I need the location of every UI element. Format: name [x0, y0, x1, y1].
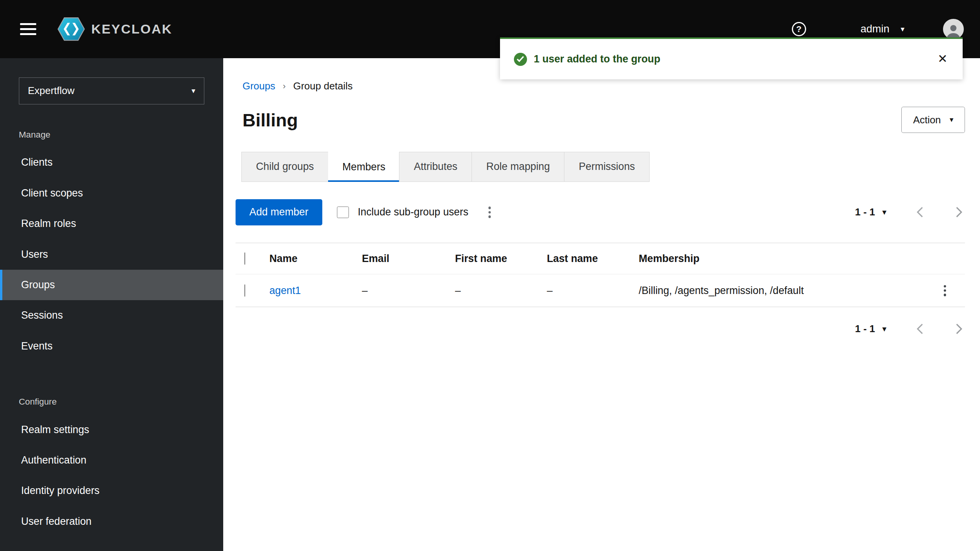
select-all-checkbox[interactable] — [244, 252, 245, 265]
sidebar-item-clients[interactable]: Clients — [0, 147, 223, 178]
breadcrumb-link-groups[interactable]: Groups — [242, 81, 275, 92]
include-subgroups-checkbox[interactable] — [337, 207, 349, 218]
member-name-link[interactable]: agent1 — [269, 285, 301, 296]
sidebar-item-events[interactable]: Events — [0, 331, 223, 361]
sidebar-item-realm-settings[interactable]: Realm settings — [0, 414, 223, 445]
top-pagination: 1 - 1 ▾ — [855, 204, 965, 220]
masthead-right: ? admin ▾ — [792, 19, 964, 39]
toast-success: 1 user added to the group ✕ — [500, 37, 963, 79]
tab-attributes[interactable]: Attributes — [399, 152, 472, 182]
user-menu[interactable]: admin ▾ — [860, 23, 904, 35]
pagination-next-button[interactable] — [953, 321, 965, 337]
pagination-prev-button[interactable] — [914, 204, 926, 220]
toast-message: 1 user added to the group — [534, 53, 660, 65]
realm-name: Expertflow — [28, 85, 74, 96]
nav-section-manage: Manage — [0, 129, 223, 140]
action-dropdown-button[interactable]: Action ▾ — [901, 107, 965, 133]
tab-child-groups[interactable]: Child groups — [241, 152, 329, 182]
include-subgroups-control: Include sub-group users — [337, 206, 468, 218]
chevron-down-icon: ▾ — [882, 208, 886, 216]
chevron-down-icon: ▾ — [901, 25, 904, 33]
sidebar-item-client-scopes[interactable]: Client scopes — [0, 178, 223, 208]
keycloak-admin-console: KEYCLOAK ? admin ▾ 1 user added to the g… — [0, 0, 980, 551]
help-icon[interactable]: ? — [792, 21, 808, 37]
bottom-pagination: 1 - 1 ▾ — [236, 321, 965, 337]
check-circle-icon — [514, 53, 527, 66]
tab-role-mapping[interactable]: Role mapping — [471, 152, 565, 182]
username: admin — [860, 23, 889, 35]
sidebar-item-identity-providers[interactable]: Identity providers — [0, 475, 223, 506]
hamburger-icon — [20, 23, 36, 25]
angle-right-icon — [956, 207, 963, 218]
row-kebab-menu[interactable] — [940, 281, 950, 300]
header-name: Name — [269, 243, 362, 274]
header-email: Email — [362, 243, 455, 274]
angle-right-icon — [956, 323, 963, 334]
keycloak-logo-icon — [57, 17, 85, 42]
main-content: Groups › Group details Billing Action ▾ … — [223, 58, 980, 551]
sidebar: Expertflow ▾ Manage Clients Client scope… — [0, 58, 223, 551]
angle-left-icon — [916, 207, 923, 218]
chevron-right-icon: › — [283, 81, 286, 91]
nav-list-manage: Clients Client scopes Realm roles Users … — [0, 147, 223, 361]
sidebar-item-user-federation[interactable]: User federation — [0, 506, 223, 537]
header-first-name: First name — [455, 243, 547, 274]
title-row: Billing Action ▾ — [242, 107, 965, 133]
breadcrumb: Groups › Group details — [242, 81, 965, 92]
brand-wordmark: KEYCLOAK — [91, 22, 172, 37]
pagination-next-button[interactable] — [953, 204, 965, 220]
tab-members[interactable]: Members — [328, 152, 400, 182]
chevron-down-icon: ▾ — [192, 87, 195, 94]
nav-section-configure: Configure — [0, 396, 223, 407]
member-last-name: – — [547, 274, 639, 307]
header-last-name: Last name — [547, 243, 639, 274]
table-header-row: Name Email First name Last name Membersh… — [236, 243, 965, 274]
add-member-button[interactable]: Add member — [236, 199, 322, 225]
layout: Expertflow ▾ Manage Clients Client scope… — [0, 58, 980, 551]
sidebar-item-realm-roles[interactable]: Realm roles — [0, 208, 223, 239]
member-email: – — [362, 274, 455, 307]
angle-left-icon — [916, 323, 923, 334]
member-membership: /Billing, /agents_permission, /default — [639, 274, 940, 307]
sidebar-item-users[interactable]: Users — [0, 239, 223, 269]
breadcrumb-current: Group details — [293, 81, 353, 92]
tab-permissions[interactable]: Permissions — [564, 152, 650, 182]
sidebar-nav: Manage Clients Client scopes Realm roles… — [0, 129, 223, 537]
pagination-range-dropdown[interactable]: 1 - 1 ▾ — [855, 207, 886, 218]
member-first-name: – — [455, 274, 547, 307]
row-checkbox[interactable] — [244, 284, 245, 297]
pagination-range-dropdown[interactable]: 1 - 1 ▾ — [855, 323, 886, 334]
chevron-down-icon: ▾ — [882, 325, 886, 333]
sidebar-item-groups[interactable]: Groups — [0, 270, 223, 300]
realm-selector[interactable]: Expertflow ▾ — [19, 77, 205, 104]
keycloak-brand: KEYCLOAK — [57, 17, 172, 42]
toolbar-kebab-menu[interactable] — [485, 203, 495, 222]
sidebar-item-sessions[interactable]: Sessions — [0, 300, 223, 331]
table-row: agent1 – – – /Billing, /agents_permissio… — [236, 274, 965, 307]
nav-toggle-button[interactable] — [16, 17, 41, 42]
chevron-down-icon: ▾ — [950, 116, 953, 123]
include-subgroups-label: Include sub-group users — [358, 206, 468, 218]
page-title: Billing — [242, 109, 298, 131]
avatar[interactable] — [943, 19, 963, 39]
header-membership: Membership — [639, 243, 940, 274]
tabs: Child groups Members Attributes Role map… — [241, 152, 965, 182]
members-toolbar: Add member Include sub-group users 1 - 1… — [236, 199, 965, 225]
sidebar-item-authentication[interactable]: Authentication — [0, 445, 223, 475]
person-icon — [945, 22, 962, 39]
nav-list-configure: Realm settings Authentication Identity p… — [0, 414, 223, 537]
members-table: Name Email First name Last name Membersh… — [236, 243, 965, 307]
toast-close-button[interactable]: ✕ — [935, 51, 950, 68]
pagination-prev-button[interactable] — [914, 321, 926, 337]
